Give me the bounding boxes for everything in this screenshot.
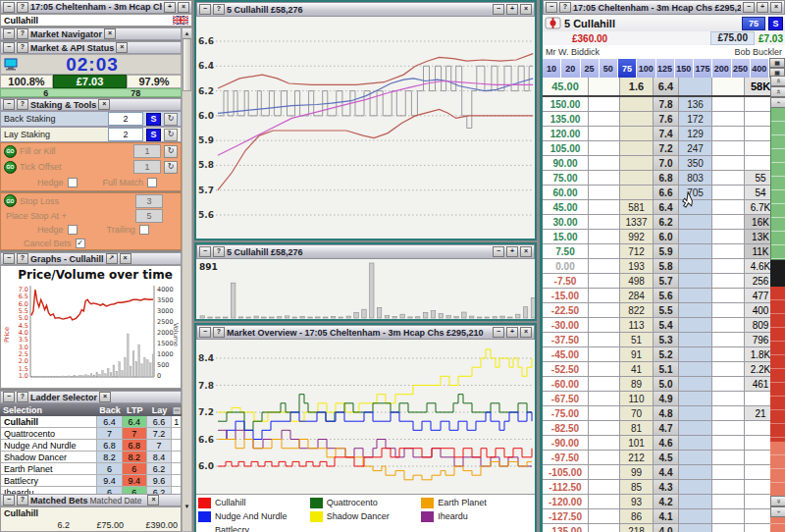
price-cell[interactable]: 6.6 — [654, 186, 679, 199]
ladder-row-4.3[interactable]: -112.50854.3 — [543, 480, 785, 495]
ladder-row-6.8[interactable]: 75.006.880355 — [543, 171, 785, 186]
price-cell[interactable]: 5.7 — [654, 274, 679, 288]
close-icon[interactable]: × — [98, 99, 110, 110]
ladder-row-5.1[interactable]: -52.50415.12.2K — [543, 362, 785, 377]
cell[interactable]: 6.2 — [147, 463, 172, 474]
lay-cell[interactable] — [679, 392, 712, 405]
back-cell[interactable]: 110 — [620, 392, 654, 405]
refresh-icon[interactable]: ↻ — [164, 161, 178, 174]
ladder-selector-row[interactable]: Cullahill6.46.46.61 — [1, 416, 181, 428]
minimize-icon[interactable]: − — [493, 246, 504, 257]
stake-button-100[interactable]: 100 — [637, 58, 655, 78]
help-icon[interactable]: ? — [17, 253, 28, 264]
back-cell[interactable]: 81 — [620, 421, 654, 435]
stake-button-150[interactable]: 150 — [675, 58, 694, 78]
price-cell[interactable]: 4.8 — [654, 406, 679, 420]
lay-cell[interactable] — [679, 524, 712, 532]
scroll-down-icon[interactable]: ▼ — [183, 504, 191, 509]
back-cell[interactable]: 91 — [620, 347, 654, 361]
help-icon[interactable]: ? — [17, 392, 28, 402]
cell[interactable]: Earth Planet — [1, 463, 97, 474]
matched-date-column[interactable]: Matched Date — [90, 496, 142, 505]
collapse-icon[interactable]: − — [3, 495, 15, 505]
back-cell[interactable]: 822 — [620, 303, 654, 317]
back-cell[interactable]: 51 — [620, 333, 654, 346]
back-cell[interactable]: 113 — [620, 318, 654, 332]
help-icon[interactable]: ? — [17, 495, 28, 505]
minimize-icon[interactable]: − — [3, 2, 15, 13]
ladder-row-5.6[interactable]: -15.002845.6477 — [543, 289, 785, 303]
cell[interactable]: 7 — [147, 440, 172, 451]
lay-stake-s-button[interactable]: S — [146, 129, 161, 141]
back-cell[interactable]: 41 — [620, 362, 654, 376]
cell[interactable]: 1 — [172, 416, 181, 427]
selected-runner-bar[interactable]: Cullahill — [0, 14, 192, 27]
price-cell[interactable]: 4.1 — [654, 509, 679, 523]
lay-cell[interactable] — [679, 480, 712, 494]
place-stop-input[interactable] — [135, 209, 163, 223]
traded-range-strip[interactable] — [770, 93, 785, 532]
restore-icon[interactable]: + — [506, 4, 518, 15]
close-icon[interactable]: × — [520, 4, 532, 15]
ladder-row-4.2[interactable]: -120.00934.2 — [543, 495, 785, 509]
price-cell[interactable]: 7.0 — [654, 156, 679, 170]
lay-cell[interactable] — [679, 274, 712, 288]
close-icon[interactable]: × — [116, 42, 128, 53]
close-icon[interactable]: × — [770, 2, 782, 13]
lay-cell[interactable] — [679, 230, 712, 243]
ladder-row-5.4[interactable]: -30.001135.4809 — [543, 318, 785, 333]
back-cell[interactable]: 218 — [620, 524, 654, 532]
ladder-selector-row[interactable]: Nudge And Nurdle6.86.87 — [1, 440, 181, 452]
stake-button-400[interactable]: 400 — [751, 58, 769, 78]
go-icon[interactable]: GO — [4, 161, 17, 174]
cell[interactable]: 6.8 — [97, 440, 122, 451]
back-cell[interactable] — [620, 156, 654, 170]
help-icon[interactable]: ? — [213, 4, 225, 15]
stake-button-20[interactable]: 20 — [561, 58, 580, 78]
lay-cell[interactable] — [679, 200, 712, 214]
cell[interactable]: 6.4 — [123, 416, 147, 427]
lay-cell[interactable]: 247 — [679, 141, 712, 155]
ladder-row-4.5[interactable]: -97.502124.5 — [543, 451, 785, 465]
popout-icon[interactable]: ↗ — [106, 253, 118, 264]
back-cell[interactable]: 1.6 — [620, 78, 654, 95]
price-cell[interactable]: 5.9 — [654, 244, 679, 258]
back-cell[interactable]: 99 — [620, 465, 654, 479]
price-cell[interactable]: 7.8 — [654, 97, 679, 111]
cell[interactable]: 7 — [123, 428, 147, 439]
collapse-icon[interactable]: − — [546, 2, 557, 13]
back-cell[interactable] — [620, 141, 654, 155]
stake-button-200[interactable]: 200 — [712, 58, 731, 78]
ladder-selector-row[interactable]: Quattrocento777.2 — [1, 428, 181, 440]
cancel-bets-checkbox[interactable]: ✓ — [76, 239, 85, 248]
cell[interactable] — [172, 428, 181, 439]
help-icon[interactable]: ? — [17, 42, 28, 53]
lay-cell[interactable]: 136 — [679, 97, 712, 111]
help-icon[interactable]: ? — [17, 2, 28, 13]
price-cell[interactable]: 4.7 — [654, 421, 679, 435]
ladder-row-4.6[interactable]: -90.001014.6 — [543, 436, 785, 451]
stake-button-25[interactable]: 25 — [581, 58, 600, 78]
stake-button-75[interactable]: 75 — [618, 58, 637, 78]
back-cell[interactable] — [620, 112, 654, 126]
left-scrollbar[interactable]: ▲ ▼ — [182, 27, 192, 532]
lay-cell[interactable] — [679, 362, 712, 376]
close-icon[interactable]: × — [147, 495, 159, 505]
lay-cell[interactable] — [679, 406, 712, 420]
price-cell[interactable]: 4.9 — [654, 392, 679, 405]
ladder-row-5.3[interactable]: -37.50515.3796 — [543, 333, 785, 347]
cell[interactable]: Cullahill — [1, 416, 97, 427]
ladder-row-6.2[interactable]: 30.0013376.216K — [543, 215, 785, 230]
back-staking-input[interactable] — [108, 112, 143, 126]
back-cell[interactable]: 212 — [620, 451, 654, 464]
help-icon[interactable]: ? — [17, 99, 28, 110]
scroll-up-icon[interactable]: ▲ — [183, 28, 191, 39]
cell[interactable]: 6.8 — [123, 440, 147, 451]
ladder-row-6.4[interactable]: 45.005816.46.7K — [543, 200, 785, 215]
refresh-icon[interactable]: ↻ — [164, 129, 178, 141]
back-cell[interactable] — [620, 97, 654, 111]
minimize-icon[interactable]: − — [493, 327, 504, 338]
price-cell[interactable]: 4.3 — [654, 480, 679, 494]
cell[interactable]: 6 — [97, 463, 122, 474]
ladder-row-4.4[interactable]: -105.00994.4 — [543, 465, 785, 480]
